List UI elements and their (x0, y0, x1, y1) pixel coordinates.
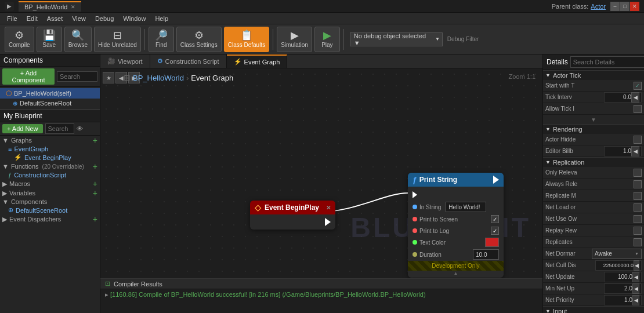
minimize-button[interactable]: – (610, 2, 620, 11)
menu-window[interactable]: Window (118, 15, 150, 22)
net-load-checkbox[interactable] (634, 203, 642, 212)
replicate-movement-checkbox[interactable] (634, 192, 642, 200)
only-relevant-checkbox[interactable] (634, 169, 642, 177)
tab-event-graph[interactable]: ⚡ Event Graph (227, 54, 288, 68)
menu-view[interactable]: View (67, 15, 91, 22)
text-color-swatch[interactable] (485, 238, 499, 247)
net-cull-value[interactable]: ◀ (595, 260, 642, 271)
start-tick-checkbox[interactable] (634, 82, 642, 90)
blueprint-search-input[interactable] (45, 123, 74, 134)
functions-section[interactable]: ▼ Functions (20 Overridable) + (0, 162, 100, 171)
tick-interval-spin[interactable]: ◀ (631, 92, 639, 103)
net-dormancy-dropdown[interactable]: Awake (592, 249, 642, 259)
compile-button[interactable]: ⚙ Compile (5, 27, 34, 52)
print-string-node[interactable]: ƒ Print String In String (408, 173, 504, 278)
actor-tick-expand[interactable]: ▼ (543, 115, 644, 124)
rendering-section[interactable]: ▼ Rendering (543, 124, 644, 134)
tick-interval-value[interactable]: ◀ (604, 92, 642, 103)
add-component-button[interactable]: + Add Component (2, 68, 55, 85)
components-bp-section[interactable]: ▼ Components (0, 198, 100, 206)
add-macro-button[interactable]: + (93, 180, 97, 188)
default-scene-root-item[interactable]: ⊕ DefaultSceneRoot (0, 206, 100, 214)
component-item-root[interactable]: ⊕ DefaultSceneRoot (0, 99, 100, 108)
variables-section[interactable]: ▶ Variables + (0, 188, 100, 198)
event-node-close[interactable]: ✕ (326, 205, 331, 211)
editor-billboard-value[interactable]: ◀ (604, 146, 642, 156)
net-update-input[interactable] (606, 274, 632, 280)
event-begin-play-item[interactable]: ⚡ Event BeginPlay (0, 153, 100, 162)
net-priority-value[interactable]: ◀ (604, 295, 642, 305)
min-net-spin[interactable]: ◀ (632, 283, 639, 294)
net-priority-spin[interactable]: ◀ (632, 295, 639, 305)
event-dispatchers-section[interactable]: ▶ Event Dispatchers + (0, 214, 100, 224)
net-update-value[interactable]: ◀ (604, 272, 642, 282)
component-search-input[interactable] (57, 71, 97, 82)
debug-object-dropdown[interactable]: No debug object selected ▼ (350, 32, 443, 46)
event-begin-play-node[interactable]: ◇ Event BeginPlay ✕ (250, 201, 335, 230)
replay-rewind-checkbox[interactable] (634, 227, 642, 235)
net-use-owner-checkbox[interactable] (634, 215, 642, 223)
construction-script-item[interactable]: ƒ ConstructionScript (0, 171, 100, 179)
add-variable-button[interactable]: + (93, 189, 97, 197)
add-dispatcher-button[interactable]: + (93, 215, 97, 223)
class-defaults-button[interactable]: 📋 Class Defaults (224, 27, 269, 52)
in-string-input[interactable] (446, 202, 486, 212)
actor-tick-label: Actor Tick (553, 72, 581, 79)
allow-tick-checkbox[interactable] (634, 105, 642, 113)
replicates-row: Replicates (543, 236, 644, 248)
add-graph-button[interactable]: + (93, 136, 97, 144)
net-priority-input[interactable] (606, 297, 632, 303)
browse-button[interactable]: 🔍 Browse (64, 27, 92, 52)
print-log-checkbox[interactable] (491, 227, 499, 235)
replication-arrow: ▼ (545, 159, 551, 165)
play-button[interactable]: ▶ Play (314, 27, 340, 52)
functions-label: Functions (11, 163, 39, 170)
details-search-input[interactable] (570, 56, 644, 68)
actor-tick-section[interactable]: ▼ Actor Tick (543, 70, 644, 80)
find-button[interactable]: 🔎 Find (149, 27, 174, 52)
tab-viewport[interactable]: 🎥 Viewport (100, 54, 150, 68)
menu-debug[interactable]: Debug (91, 15, 118, 22)
min-net-input[interactable] (606, 285, 632, 292)
save-button[interactable]: 💾 Save (37, 27, 62, 52)
blueprint-canvas[interactable]: ★ ◀ ▶ ⊞ BP_HelloWorld › Event Graph Zoom… (100, 68, 542, 278)
tick-interval-input[interactable] (608, 94, 631, 100)
duration-input[interactable] (473, 249, 499, 260)
input-section[interactable]: ▼ Input (543, 306, 644, 313)
simulation-button[interactable]: ▶ Simulation (277, 27, 312, 52)
actor-hidden-checkbox[interactable] (634, 136, 642, 144)
tab-close-icon[interactable]: ✕ (71, 4, 75, 10)
editor-billboard-spin[interactable]: ◀ (631, 146, 639, 156)
eye-icon[interactable]: 👁 (77, 125, 83, 132)
always-relevant-checkbox[interactable] (634, 180, 642, 188)
menu-edit[interactable]: Edit (22, 15, 42, 22)
tab-construction-script[interactable]: ⚙ Construction Script (150, 54, 227, 68)
menu-asset[interactable]: Asset (42, 15, 68, 22)
breadcrumb-root[interactable]: BP_HelloWorld (133, 74, 184, 82)
net-cull-input[interactable] (598, 263, 634, 268)
net-cull-spin[interactable]: ◀ (634, 260, 639, 271)
macros-section[interactable]: ▶ Macros + (0, 179, 100, 188)
event-graph-item[interactable]: ≡ EventGraph (0, 145, 100, 153)
title-tab[interactable]: BP_HelloWorld ✕ (19, 1, 81, 12)
add-function-button[interactable]: + (93, 162, 97, 170)
print-screen-checkbox[interactable] (491, 215, 499, 223)
net-update-spin[interactable]: ◀ (632, 272, 639, 282)
bookmark-button[interactable]: ★ (103, 72, 114, 83)
add-new-button[interactable]: + Add New (2, 124, 43, 133)
replicates-label: Replicates (545, 239, 631, 245)
graphs-section[interactable]: ▼ Graphs + (0, 136, 100, 145)
replicates-checkbox[interactable] (634, 238, 642, 246)
editor-billboard-input[interactable] (608, 148, 631, 154)
parent-class-link[interactable]: Actor (591, 3, 606, 10)
parent-class-label: Parent class: (552, 3, 589, 10)
class-settings-button[interactable]: ⚙ Class Settings (176, 27, 222, 52)
component-item-self[interactable]: ⬡ BP_HelloWorld(self) (0, 88, 100, 99)
close-button[interactable]: ✕ (630, 2, 639, 11)
replication-section[interactable]: ▼ Replication (543, 157, 644, 167)
menu-file[interactable]: File (2, 15, 22, 22)
maximize-button[interactable]: □ (620, 2, 629, 11)
min-net-value[interactable]: ◀ (604, 283, 642, 294)
menu-help[interactable]: Help (150, 15, 173, 22)
hide-unrelated-button[interactable]: ⊟ Hide Unrelated (94, 27, 141, 52)
